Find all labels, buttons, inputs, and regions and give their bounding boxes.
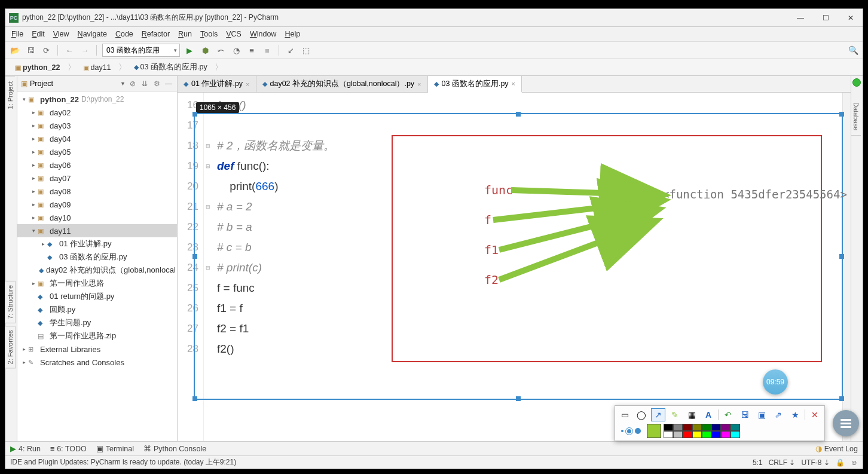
- sync-icon[interactable]: ⟳: [40, 44, 52, 56]
- terminal-tab[interactable]: ▣Terminal: [96, 444, 134, 453]
- debug-icon[interactable]: ⬢: [199, 44, 211, 56]
- snip-brush-size[interactable]: [618, 428, 644, 434]
- color-swatch[interactable]: [673, 424, 683, 431]
- forward-icon[interactable]: →: [79, 44, 91, 56]
- snip-selected-color[interactable]: [647, 424, 661, 438]
- menu-item-navigate[interactable]: Navigate: [74, 29, 111, 39]
- color-swatch[interactable]: [711, 424, 721, 431]
- tree-row[interactable]: ▸▣day06: [17, 158, 177, 172]
- editor-scrollbar[interactable]: [842, 93, 851, 441]
- snip-tool-save[interactable]: 🖫: [738, 408, 752, 421]
- snip-tool-share[interactable]: ⇗: [771, 408, 786, 421]
- editor-tab[interactable]: ◆01 作业讲解.py×: [178, 76, 256, 92]
- caret-position[interactable]: 5:1: [753, 458, 763, 467]
- color-swatch[interactable]: [683, 424, 692, 431]
- color-swatch[interactable]: [731, 431, 740, 438]
- vcs-icon[interactable]: ↙: [285, 44, 297, 56]
- tree-row[interactable]: ◆03 函数名的应用.py: [17, 250, 177, 264]
- editor-tab[interactable]: ◆03 函数名的应用.py×: [428, 76, 522, 93]
- tree-row[interactable]: ▤第一周作业思路.zip: [17, 329, 177, 342]
- breadcrumb-file[interactable]: ◆03 函数名的应用.py: [129, 61, 212, 74]
- color-swatch[interactable]: [673, 431, 683, 438]
- scroll-to-source-icon[interactable]: ⊘: [128, 79, 137, 88]
- close-icon[interactable]: ×: [512, 80, 515, 87]
- snip-tool-pin[interactable]: ★: [788, 408, 802, 421]
- lock-icon[interactable]: 🔒: [836, 458, 845, 467]
- color-swatch[interactable]: [664, 431, 673, 438]
- hide-icon[interactable]: —: [164, 79, 173, 88]
- tree-row[interactable]: ◆01 return的问题.py: [17, 290, 177, 303]
- todo-tab[interactable]: ≡6: TODO: [50, 445, 87, 453]
- snip-tool-rect[interactable]: ▭: [618, 408, 632, 421]
- tree-row[interactable]: ▾▣python_22D:\python_22: [17, 93, 177, 106]
- color-swatch[interactable]: [664, 424, 673, 431]
- python-console-tab[interactable]: ⌘Python Console: [143, 444, 206, 453]
- menu-item-help[interactable]: Help: [281, 29, 304, 39]
- run-config-select[interactable]: 03 函数名的应用: [102, 44, 180, 57]
- hector-icon[interactable]: ☺: [851, 458, 858, 467]
- breadcrumb-project[interactable]: ▣python_22: [10, 62, 65, 73]
- snip-tool-screen[interactable]: ▣: [754, 408, 769, 421]
- tree-row[interactable]: ▾▣day11: [17, 224, 177, 237]
- tree-row[interactable]: ▸▣day02: [17, 106, 177, 119]
- run-icon[interactable]: ▶: [184, 44, 195, 56]
- snip-tool-text[interactable]: A: [701, 408, 716, 421]
- vcs-update-icon[interactable]: ⬚: [300, 44, 312, 56]
- search-icon[interactable]: 🔍: [847, 44, 859, 56]
- snip-tool-close[interactable]: ✕: [808, 408, 822, 421]
- color-swatch[interactable]: [721, 424, 731, 431]
- sidebar-tab-structure[interactable]: 7: Structure: [5, 281, 16, 323]
- tree-row[interactable]: ▸✎Scratches and Consoles: [17, 356, 177, 369]
- tree-row[interactable]: ▸▣day05: [17, 145, 177, 158]
- tree-row[interactable]: ▸▣day07: [17, 172, 177, 185]
- snip-tool-undo[interactable]: ↶: [721, 408, 735, 421]
- tree-row[interactable]: ▸▣day10: [17, 211, 177, 224]
- tree-row[interactable]: ▸▣day09: [17, 198, 177, 211]
- chevron-down-icon[interactable]: ▼: [120, 81, 126, 87]
- tree-row[interactable]: ▸▣第一周作业思路: [17, 277, 177, 290]
- event-log-tab[interactable]: ◑Event Log: [815, 444, 858, 453]
- menu-item-run[interactable]: Run: [175, 29, 195, 39]
- color-swatch[interactable]: [711, 431, 721, 438]
- tree-row[interactable]: ◆回顾.py: [17, 303, 177, 316]
- tree-row[interactable]: ▸◆01 作业讲解.py: [17, 237, 177, 250]
- minimize-button[interactable]: —: [792, 12, 809, 24]
- encoding[interactable]: UTF-8 ⇣: [801, 458, 829, 467]
- color-swatch[interactable]: [721, 431, 731, 438]
- floating-menu-button[interactable]: [833, 410, 859, 436]
- profile-icon[interactable]: ◔: [230, 44, 242, 56]
- sidebar-tab-database[interactable]: Database: [851, 97, 861, 136]
- color-swatch[interactable]: [731, 424, 740, 431]
- menu-item-window[interactable]: Window: [246, 29, 280, 39]
- project-tree[interactable]: ▾▣python_22D:\python_22▸▣day02▸▣day03▸▣d…: [17, 91, 177, 441]
- close-button[interactable]: ✕: [842, 12, 859, 24]
- menu-item-edit[interactable]: Edit: [28, 29, 48, 39]
- tree-row[interactable]: ◆学生问题.py: [17, 316, 177, 329]
- sidebar-tab-project[interactable]: 1: Project: [5, 76, 15, 114]
- snip-color-palette[interactable]: [664, 424, 740, 438]
- menu-item-file[interactable]: File: [8, 29, 27, 39]
- menu-item-view[interactable]: View: [50, 29, 73, 39]
- color-swatch[interactable]: [683, 431, 692, 438]
- collapse-icon[interactable]: ⇊: [140, 79, 149, 88]
- snip-tool-ellipse[interactable]: ◯: [634, 408, 649, 421]
- editor-tab[interactable]: ◆day02 补充的知识点（global,nonlocal）.py×: [256, 76, 428, 92]
- tree-row[interactable]: ▸▣day08: [17, 185, 177, 198]
- color-swatch[interactable]: [692, 431, 702, 438]
- stop-icon[interactable]: ■: [261, 44, 273, 56]
- snip-tool-arrow[interactable]: ↗: [651, 408, 665, 421]
- close-icon[interactable]: ×: [246, 81, 249, 88]
- concurrency-icon[interactable]: ≡: [246, 44, 258, 56]
- tree-row[interactable]: ▸▣day03: [17, 119, 177, 132]
- tree-row[interactable]: ▸⊞External Libraries: [17, 342, 177, 356]
- snip-tool-mosaic[interactable]: ▦: [684, 408, 699, 421]
- tree-row[interactable]: ▸▣day04: [17, 132, 177, 145]
- menu-item-code[interactable]: Code: [112, 29, 137, 39]
- run-tab[interactable]: ▶4: Run: [10, 444, 41, 453]
- tree-row[interactable]: ◆day02 补充的知识点（global,nonlocal）.py: [17, 264, 177, 277]
- maximize-button[interactable]: ☐: [817, 12, 834, 24]
- back-icon[interactable]: ←: [63, 44, 75, 56]
- color-swatch[interactable]: [702, 431, 711, 438]
- close-icon[interactable]: ×: [417, 81, 421, 88]
- menu-item-refactor[interactable]: Refactor: [138, 29, 173, 39]
